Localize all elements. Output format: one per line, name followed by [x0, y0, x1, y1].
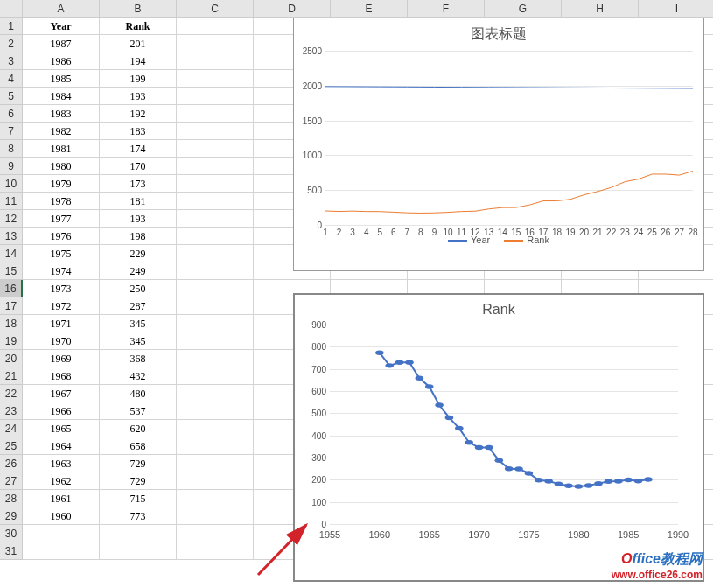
- cell[interactable]: 1982: [23, 122, 100, 140]
- row-header[interactable]: 25: [0, 438, 23, 455]
- cell[interactable]: 1961: [23, 490, 100, 508]
- cell[interactable]: 432: [100, 368, 177, 385]
- cell[interactable]: 773: [100, 508, 177, 525]
- row-header[interactable]: 8: [0, 140, 23, 158]
- cell[interactable]: 192: [100, 105, 177, 122]
- cell[interactable]: [100, 525, 177, 542]
- row-header[interactable]: 26: [0, 455, 23, 472]
- cell[interactable]: [177, 70, 254, 88]
- column-header[interactable]: F: [408, 0, 485, 18]
- cell[interactable]: 480: [100, 385, 177, 402]
- cell[interactable]: 345: [100, 315, 177, 332]
- cell[interactable]: [177, 332, 254, 350]
- cell[interactable]: 1962: [23, 472, 100, 490]
- cell[interactable]: [100, 542, 177, 560]
- row-header[interactable]: 27: [0, 472, 23, 490]
- row-header[interactable]: 19: [0, 332, 23, 350]
- cell[interactable]: [177, 472, 254, 490]
- chart-1[interactable]: 图表标题 05001000150020002500123456789101112…: [293, 18, 704, 271]
- row-header[interactable]: 17: [0, 298, 23, 315]
- cell[interactable]: 229: [100, 245, 177, 262]
- cell[interactable]: 1972: [23, 298, 100, 315]
- row-header[interactable]: 21: [0, 368, 23, 385]
- cell[interactable]: [23, 525, 100, 542]
- cell[interactable]: 1976: [23, 228, 100, 245]
- cell[interactable]: 1964: [23, 438, 100, 455]
- cell[interactable]: 199: [100, 70, 177, 88]
- cell[interactable]: 1977: [23, 210, 100, 228]
- cell[interactable]: [23, 542, 100, 560]
- row-header[interactable]: 30: [0, 525, 23, 542]
- cell[interactable]: [177, 140, 254, 158]
- cell[interactable]: 345: [100, 332, 177, 350]
- cell[interactable]: 1983: [23, 105, 100, 122]
- cell[interactable]: 249: [100, 262, 177, 280]
- cell[interactable]: [177, 508, 254, 525]
- cell[interactable]: [177, 490, 254, 508]
- row-header[interactable]: 28: [0, 490, 23, 508]
- cell[interactable]: 1969: [23, 350, 100, 368]
- cell[interactable]: Rank: [100, 18, 177, 35]
- cell[interactable]: [177, 385, 254, 402]
- cell[interactable]: 1963: [23, 455, 100, 472]
- cell[interactable]: 1974: [23, 262, 100, 280]
- cell[interactable]: [177, 455, 254, 472]
- cell[interactable]: 201: [100, 35, 177, 52]
- cell[interactable]: 1973: [23, 280, 100, 298]
- cell[interactable]: 183: [100, 122, 177, 140]
- cell[interactable]: [177, 18, 254, 35]
- row-header[interactable]: 7: [0, 122, 23, 140]
- cell[interactable]: 1978: [23, 192, 100, 210]
- cell[interactable]: [177, 122, 254, 140]
- cell[interactable]: 1968: [23, 368, 100, 385]
- cell[interactable]: 1965: [23, 420, 100, 438]
- cell[interactable]: 1985: [23, 70, 100, 88]
- cell[interactable]: 368: [100, 350, 177, 368]
- cell[interactable]: 658: [100, 438, 177, 455]
- row-header[interactable]: 12: [0, 210, 23, 228]
- column-header[interactable]: E: [331, 0, 408, 18]
- row-header[interactable]: 14: [0, 245, 23, 262]
- row-header[interactable]: 11: [0, 192, 23, 210]
- cell[interactable]: [177, 368, 254, 385]
- cell[interactable]: 1981: [23, 140, 100, 158]
- row-header[interactable]: 5: [0, 88, 23, 105]
- row-header[interactable]: 1: [0, 18, 23, 35]
- cell[interactable]: [177, 315, 254, 332]
- cell[interactable]: [177, 52, 254, 70]
- row-header[interactable]: 9: [0, 158, 23, 175]
- cell[interactable]: 173: [100, 175, 177, 192]
- cell[interactable]: [177, 280, 254, 298]
- cell[interactable]: 1984: [23, 88, 100, 105]
- cell[interactable]: 1986: [23, 52, 100, 70]
- row-header[interactable]: 18: [0, 315, 23, 332]
- cell[interactable]: 729: [100, 472, 177, 490]
- row-header[interactable]: 2: [0, 35, 23, 52]
- cell[interactable]: 170: [100, 158, 177, 175]
- row-header[interactable]: 15: [0, 262, 23, 280]
- cell[interactable]: 193: [100, 88, 177, 105]
- row-header[interactable]: 3: [0, 52, 23, 70]
- row-header[interactable]: 31: [0, 542, 23, 560]
- cell[interactable]: [177, 192, 254, 210]
- cell[interactable]: 715: [100, 490, 177, 508]
- row-header[interactable]: 24: [0, 420, 23, 438]
- cell[interactable]: 174: [100, 140, 177, 158]
- cell[interactable]: 729: [100, 455, 177, 472]
- cell[interactable]: [177, 88, 254, 105]
- cell[interactable]: [177, 525, 254, 542]
- cell[interactable]: 1967: [23, 385, 100, 402]
- cell[interactable]: [177, 175, 254, 192]
- cell[interactable]: 1979: [23, 175, 100, 192]
- cell[interactable]: 193: [100, 210, 177, 228]
- row-header[interactable]: 16: [0, 280, 23, 298]
- cell[interactable]: [177, 542, 254, 560]
- row-header[interactable]: 13: [0, 228, 23, 245]
- column-header[interactable]: G: [485, 0, 562, 18]
- cell[interactable]: [177, 35, 254, 52]
- cell[interactable]: [177, 228, 254, 245]
- cell[interactable]: [177, 105, 254, 122]
- cell[interactable]: [177, 350, 254, 368]
- cell[interactable]: 1970: [23, 332, 100, 350]
- row-header[interactable]: 23: [0, 402, 23, 420]
